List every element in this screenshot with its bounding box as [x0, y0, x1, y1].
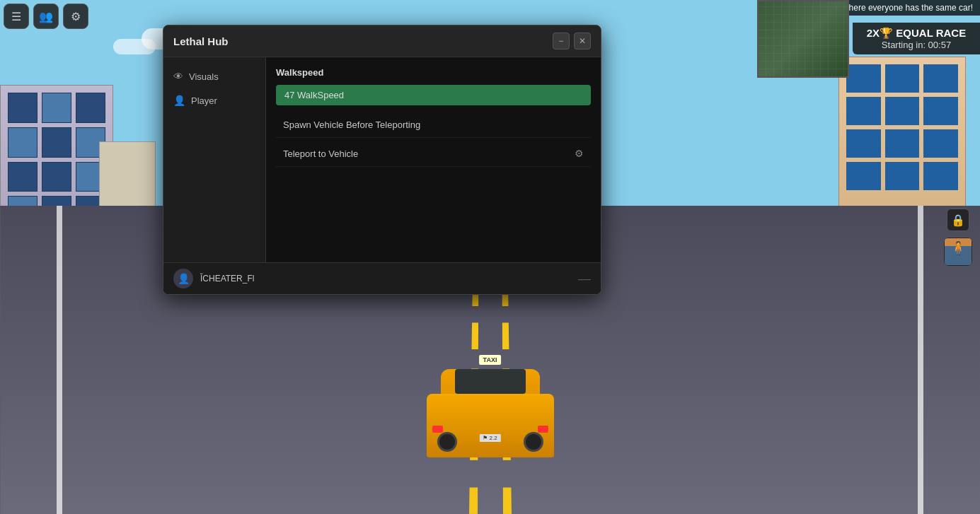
window: [923, 129, 958, 158]
player-icon: 👤: [173, 95, 185, 106]
avatar-button[interactable]: 🧍: [943, 237, 973, 267]
walkspeed-label: Walkspeed: [276, 67, 591, 78]
modal-titlebar: Lethal Hub − ✕: [163, 25, 601, 57]
friends-button[interactable]: 👥: [33, 4, 59, 29]
taxi-lights-left: [432, 426, 443, 433]
taxi-lights-right: [538, 426, 548, 433]
window: [42, 93, 71, 123]
modal-sidebar: 👁 Visuals 👤 Player: [163, 57, 266, 262]
teleport-vehicle-label: Teleport to Vehicle: [283, 148, 358, 159]
lock-icon: 🔒: [951, 214, 965, 227]
road-edge-left: [57, 206, 62, 514]
window: [923, 162, 958, 190]
menu-icon: ☰: [11, 10, 21, 23]
close-button[interactable]: ✕: [574, 33, 591, 49]
avatar-image: 🧍: [945, 238, 972, 265]
window: [8, 162, 38, 192]
window: [846, 129, 881, 158]
race-title: 2X🏆 EQUAL RACE: [863, 27, 970, 40]
spawn-vehicle-label: Spawn Vehicle Before Teleporting: [283, 119, 420, 130]
taxi-windshield: [455, 369, 526, 394]
sidebar-item-visuals[interactable]: 👁 Visuals: [163, 64, 265, 88]
teleport-vehicle-row[interactable]: Teleport to Vehicle ⚙: [276, 141, 591, 167]
window: [42, 127, 71, 158]
footer-avatar-icon: 👤: [178, 273, 190, 284]
window: [923, 64, 958, 93]
window: [885, 129, 920, 158]
teleport-settings-icon: ⚙: [575, 148, 584, 159]
settings-button[interactable]: ⚙: [63, 4, 88, 29]
taxi-wheel-right: [524, 432, 543, 452]
window: [846, 97, 881, 125]
taxi-wheel-left: [437, 432, 457, 452]
sidebar-label-player: Player: [191, 95, 217, 106]
window: [8, 93, 38, 123]
minimap: [757, 0, 849, 78]
window: [8, 127, 38, 158]
footer-avatar: 👤: [173, 269, 193, 288]
taxi-sign: TAXI: [479, 355, 502, 365]
lethal-hub-modal: Lethal Hub − ✕ 👁 Visuals 👤 Player: [163, 25, 601, 295]
modal-footer: 👤 ĬCHEATER_Fl —: [163, 262, 601, 294]
window: [76, 93, 105, 123]
ui-top-left-buttons: ☰ 👥 ⚙: [4, 4, 88, 29]
settings-icon: ⚙: [71, 10, 81, 23]
hud-bottom-right: 🔒 🧍: [943, 209, 973, 267]
walkspeed-input-wrapper: [276, 85, 591, 105]
window: [885, 97, 920, 125]
minimize-button[interactable]: −: [553, 33, 570, 49]
window: [846, 64, 881, 93]
lock-button[interactable]: 🔒: [947, 209, 969, 231]
modal-body: 👁 Visuals 👤 Player Walkspeed Spawn Vehic…: [163, 57, 601, 262]
window: [885, 64, 920, 93]
modal-controls: − ✕: [553, 33, 591, 49]
window: [923, 97, 958, 125]
footer-username: ĬCHEATER_Fl: [200, 274, 254, 284]
spawn-vehicle-row[interactable]: Spawn Vehicle Before Teleporting: [276, 112, 591, 138]
road-edge-right: [918, 206, 923, 514]
modal-title: Lethal Hub: [173, 35, 229, 47]
window: [885, 162, 920, 190]
visuals-icon: 👁: [173, 71, 183, 82]
close-icon: ✕: [579, 36, 586, 46]
race-timer: Starting in: 00:57: [863, 40, 970, 50]
taxi-car: TAXI ⚑ 2.2: [420, 358, 561, 472]
taxi-body: ⚑ 2.2: [427, 394, 554, 457]
taxi-plate: ⚑ 2.2: [479, 434, 500, 442]
sidebar-item-player[interactable]: 👤 Player: [163, 88, 265, 112]
race-info-box: 2X🏆 EQUAL RACE Starting in: 00:57: [853, 23, 980, 54]
minimize-icon: −: [558, 36, 563, 46]
building-right-windows: [846, 64, 958, 190]
friends-icon: 👥: [39, 10, 53, 23]
footer-separator-line: —: [578, 271, 591, 286]
modal-main-content: Walkspeed Spawn Vehicle Before Teleporti…: [266, 57, 601, 262]
sidebar-label-visuals: Visuals: [189, 71, 219, 82]
walkspeed-input[interactable]: [276, 85, 591, 105]
minimap-inner: [759, 1, 848, 76]
menu-button[interactable]: ☰: [4, 4, 29, 29]
cloud-2: [113, 39, 156, 54]
window: [42, 162, 71, 192]
window: [846, 162, 881, 190]
